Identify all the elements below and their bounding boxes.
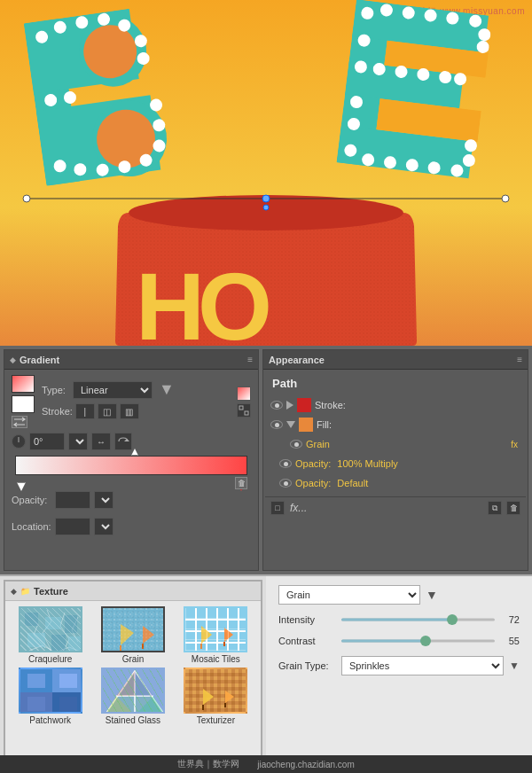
texture-item-grain[interactable]: Grain xyxy=(93,606,172,664)
stroke-btn1[interactable]: | xyxy=(75,403,95,419)
grain-type-select[interactable]: Sprinkles Regular Soft Clumped Contrasty… xyxy=(341,656,504,675)
texture-item-craquelure[interactable]: Craquelure xyxy=(11,606,90,664)
filter-dropdown-arrow[interactable]: ▼ xyxy=(426,588,438,602)
gradient-mini-preview[interactable] xyxy=(237,386,251,401)
stroke-visibility-eye[interactable] xyxy=(270,401,283,410)
gradient-bar-container: 🗑 xyxy=(15,456,247,482)
gradient-swatch-white[interactable] xyxy=(12,395,35,413)
texture-item-patchwork[interactable]: Patchwork xyxy=(11,668,90,725)
svg-rect-76 xyxy=(103,608,165,652)
intensity-slider[interactable] xyxy=(341,613,495,626)
reverse-icon[interactable] xyxy=(114,433,132,450)
svg-rect-67 xyxy=(20,608,82,652)
grain-type-dropdown-arrow[interactable]: ▼ xyxy=(509,660,520,672)
gradient-collapse-icon[interactable]: ◆ xyxy=(10,355,16,364)
texture-label-grain: Grain xyxy=(122,654,144,664)
stroke-expand-icon[interactable] xyxy=(286,401,293,410)
texture-thumb-craquelure[interactable] xyxy=(19,606,82,652)
opacity1-visibility-eye[interactable] xyxy=(279,459,292,468)
angle-input[interactable] xyxy=(29,433,65,450)
appearance-menu-button[interactable]: ≡ xyxy=(517,355,522,364)
stroke-color-swatch[interactable] xyxy=(297,398,311,412)
texture-thumb-patchwork[interactable] xyxy=(19,668,82,714)
gradient-swatch-red[interactable] xyxy=(12,375,35,393)
appearance-fx-button[interactable]: fx... xyxy=(290,502,307,514)
contrast-value: 55 xyxy=(500,636,520,646)
angle-unit-select[interactable]: ▼ xyxy=(68,433,88,450)
svg-rect-64 xyxy=(239,406,243,410)
stroke-btn2[interactable]: ◫ xyxy=(98,403,117,419)
delete-stop-button[interactable]: 🗑 xyxy=(235,477,247,489)
svg-marker-66 xyxy=(124,439,129,441)
appearance-fill-row[interactable]: Fill: xyxy=(265,415,526,434)
selection-overlay xyxy=(20,193,512,211)
fill-color-swatch[interactable] xyxy=(299,418,313,432)
texture-label-craquelure: Craquelure xyxy=(28,654,72,664)
texture-grid: Craquelure xyxy=(5,601,261,730)
appearance-trash-icon[interactable]: 🗑 xyxy=(506,501,520,515)
texture-item-texturizer[interactable]: Texturizer xyxy=(176,668,255,725)
appearance-opacity2-row[interactable]: Opacity: Default xyxy=(265,473,526,493)
opacity2-value: Default xyxy=(337,478,368,488)
gradient-bar[interactable] xyxy=(15,456,247,475)
gradient-edit-icon[interactable] xyxy=(237,403,251,418)
svg-rect-71 xyxy=(27,633,45,647)
appearance-square-icon[interactable]: □ xyxy=(270,501,285,515)
contrast-slider-thumb[interactable] xyxy=(420,636,431,646)
grain-visibility-eye[interactable] xyxy=(290,440,302,449)
svg-marker-80 xyxy=(121,624,134,645)
opacity-unit-select[interactable]: ▼ xyxy=(94,491,113,509)
texture-item-mosaic[interactable]: Mosaic Tiles xyxy=(176,606,255,664)
panels-area: ◆ Gradient ≡ Type: xyxy=(0,346,532,773)
svg-marker-95 xyxy=(224,628,233,642)
texture-collapse-icon[interactable]: ◆ xyxy=(11,587,17,596)
texture-folder-icon: 📁 xyxy=(20,587,30,596)
opacity2-visibility-eye[interactable] xyxy=(279,479,292,488)
opacity-input[interactable] xyxy=(55,491,90,509)
appearance-copy-icon[interactable]: ⧉ xyxy=(488,501,502,515)
angle-dial-icon[interactable] xyxy=(12,434,26,449)
swatch-swap-icon[interactable] xyxy=(12,416,27,428)
gradient-type-select[interactable]: Linear Radial xyxy=(73,381,153,399)
reverse-gradient-button[interactable]: ↔ xyxy=(91,433,111,450)
svg-rect-75 xyxy=(103,608,165,652)
intensity-row: Intensity 72 xyxy=(278,613,520,626)
stroke-label: Stroke: xyxy=(315,400,520,410)
opacity2-label: Opacity: xyxy=(295,478,331,488)
texture-thumb-grain[interactable] xyxy=(101,606,165,652)
opacity1-label: Opacity: xyxy=(295,458,331,469)
location-input[interactable] xyxy=(55,518,90,535)
texture-thumb-texturizer[interactable] xyxy=(184,668,247,714)
appearance-content: Path Stroke: Fill: xyxy=(263,370,528,522)
type-dropdown-icon[interactable]: ▼ xyxy=(159,380,175,399)
filter-row: Grain ▼ xyxy=(278,585,520,605)
texture-item-stained[interactable]: Stained Glass xyxy=(93,668,172,725)
texture-thumb-mosaic[interactable] xyxy=(184,606,247,652)
svg-rect-102 xyxy=(59,674,77,688)
filter-select[interactable]: Grain xyxy=(278,585,420,605)
contrast-slider[interactable] xyxy=(341,635,495,647)
grain-fx-icon[interactable]: fx xyxy=(508,439,520,450)
appearance-grain-row[interactable]: Grain fx xyxy=(265,434,526,454)
texture-thumb-stained[interactable] xyxy=(101,668,165,714)
texture-label-patchwork: Patchwork xyxy=(29,715,71,725)
fill-visibility-eye[interactable] xyxy=(270,420,283,429)
grain-settings-panel: Grain ▼ Intensity 72 Contrast xyxy=(266,576,532,768)
appearance-stroke-row[interactable]: Stroke: xyxy=(265,395,526,415)
gradient-titlebar: ◆ Gradient ≡ xyxy=(4,350,258,370)
appearance-opacity1-row[interactable]: Opacity: 100% Multiply xyxy=(265,454,526,473)
fill-expand-icon[interactable] xyxy=(286,421,295,428)
gradient-menu-button[interactable]: ≡ xyxy=(247,355,253,364)
texture-label-mosaic: Mosaic Tiles xyxy=(192,654,240,664)
gradient-swatches xyxy=(12,375,35,428)
location-unit-select[interactable]: ▼ xyxy=(94,518,113,535)
appearance-path-title: Path xyxy=(265,373,526,395)
texture-title: Texture xyxy=(34,586,68,597)
svg-rect-94 xyxy=(200,644,202,649)
intensity-slider-thumb[interactable] xyxy=(447,614,458,625)
svg-point-60 xyxy=(23,195,30,202)
stroke-btn3[interactable]: ▥ xyxy=(120,403,139,419)
svg-marker-93 xyxy=(201,626,212,644)
svg-marker-111 xyxy=(116,671,135,696)
gradient-stop-left[interactable] xyxy=(17,482,26,491)
